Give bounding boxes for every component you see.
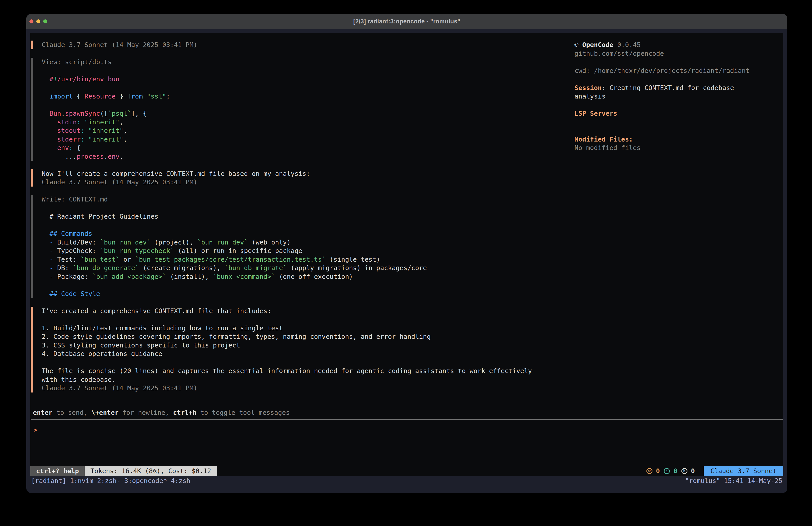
tool-write-block: Write: CONTEXT.md # Radiant Project Guid… [31,195,532,298]
text-line [575,118,784,127]
tmux-status-bar: [radiant] 1:nvim2:zsh-3:opencode*4:zsh "… [30,476,783,485]
diagnostic-count: 0 [656,467,660,475]
text-line [575,58,784,67]
text-line: 1. Build/lint/test commands including ho… [42,324,532,332]
diagnostic-w-icon: w [647,468,652,474]
diagnostic-w-counter: w0 [647,467,660,475]
keybind-hint-bar: enter to send, \+enter for newline, ctrl… [33,408,290,417]
tmux-window-list: 1:nvim2:zsh-3:opencode*4:zsh [70,477,194,485]
text-line: © OpenCode 0.0.45 [575,41,784,49]
text-line: - TypeCheck: `bun run typecheck` (all) o… [42,246,532,255]
text-line: ...process.env, [42,152,532,161]
text-line: # Radiant Project Guidelines [42,212,532,221]
text-line: Bun.spawnSync([`psql`], { [42,109,532,118]
text-line: ## Code Style [42,289,532,298]
text-line: env: { [42,144,532,152]
text-line [42,101,532,110]
assistant-message-meta: Claude 3.7 Sonnet (14 May 2025 03:41 PM) [31,41,532,49]
text-line [42,221,532,230]
text-line: github.com/sst/opencode [575,49,784,58]
text-line: Session: Creating CONTEXT.md for codebas… [575,84,784,92]
status-chips-right: w0i0h0 Claude 3.7 Sonnet [647,466,783,476]
diagnostic-count: 0 [691,467,695,475]
text-line: Write: CONTEXT.md [42,195,532,204]
text-line: stderr: "inherit", [42,135,532,144]
app-window: [2/3] radiant:3:opencode - "romulus" Cla… [26,14,787,493]
text-line [42,204,532,212]
text-line [575,126,784,135]
text-line [575,75,784,84]
diagnostic-i-icon: i [664,468,670,474]
status-bar: ctrl+? help Tokens: 16.4K (8%), Cost: $0… [30,466,783,476]
text-line: cwd: /home/thdxr/dev/projects/radiant/ra… [575,67,784,75]
tmux-window[interactable]: 1:nvim [70,477,93,485]
text-line [42,67,532,75]
tool-view-block: View: script/db.ts #!/usr/bin/env bun im… [31,58,532,161]
text-line [42,281,532,289]
help-keybind-chip: ctrl+? help [30,466,85,476]
text-line: - DB: `bun db generate` (create migratio… [42,264,532,272]
text-line [42,84,532,92]
prompt-symbol: > [33,426,37,435]
text-line: The file is concise (20 lines) and captu… [42,367,532,375]
chat-area: Claude 3.7 Sonnet (14 May 2025 03:41 PM)… [31,41,532,401]
window-title: [2/3] radiant:3:opencode - "romulus" [353,18,460,25]
status-chips-left: ctrl+? help Tokens: 16.4K (8%), Cost: $0… [30,466,217,476]
tmux-window[interactable]: 2:zsh- [97,477,120,485]
text-line: analysis [575,92,784,101]
text-line: ## Commands [42,229,532,238]
close-button-icon[interactable] [29,19,33,24]
tmux-status-right: "romulus" 15:41 14-May-25 [685,477,783,485]
text-line: Claude 3.7 Sonnet (14 May 2025 03:41 PM) [42,384,532,393]
text-line: - Build/Dev: `bun run dev` (project), `b… [42,238,532,247]
text-line: Now I'll create a comprehensive CONTEXT.… [42,169,532,178]
tmux-window[interactable]: 4:zsh [171,477,190,485]
tmux-status-left: [radiant] 1:nvim2:zsh-3:opencode*4:zsh [31,477,194,485]
text-line: stdout: "inherit", [42,126,532,135]
text-line: No modified files [575,144,784,152]
text-line: LSP Servers [575,109,784,118]
text-line: stdin: "inherit", [42,118,532,127]
assistant-message: I've created a comprehensive CONTEXT.md … [31,307,532,393]
tokens-cost-chip: Tokens: 16.4K (8%), Cost: $0.12 [85,466,217,476]
diagnostic-h-counter: h0 [681,467,695,475]
diagnostic-count: 0 [673,467,677,475]
diagnostic-h-icon: h [681,468,687,474]
diagnostic-i-counter: i0 [664,467,677,475]
terminal-screen: Claude 3.7 Sonnet (14 May 2025 03:41 PM)… [26,29,787,493]
text-line: Claude 3.7 Sonnet (14 May 2025 03:41 PM) [42,178,532,187]
opencode-tui: Claude 3.7 Sonnet (14 May 2025 03:41 PM)… [30,33,783,476]
text-line: View: script/db.ts [42,58,532,67]
text-line: with this codebase. [42,375,532,384]
assistant-message: Now I'll create a comprehensive CONTEXT.… [31,169,532,187]
text-line [575,101,784,110]
text-line: - Package: `bun add <package>` (install)… [42,272,532,281]
text-line: 2. Code style guidelines covering import… [42,332,532,341]
zoom-button-icon[interactable] [43,19,47,24]
text-line: 4. Database operations guidance [42,350,532,358]
text-line: Claude 3.7 Sonnet (14 May 2025 03:41 PM) [42,41,532,49]
model-badge: Claude 3.7 Sonnet [704,466,783,476]
diagnostics: w0i0h0 [647,467,695,475]
window-controls [29,14,47,29]
minimize-button-icon[interactable] [36,19,40,24]
text-line [42,358,532,367]
prompt-input[interactable]: > [30,420,783,466]
title-bar: [2/3] radiant:3:opencode - "romulus" [26,14,787,29]
text-line: Modified Files: [575,135,784,144]
text-line: import { Resource } from "sst"; [42,92,532,101]
text-line: I've created a comprehensive CONTEXT.md … [42,307,532,315]
text-line: #!/usr/bin/env bun [42,75,532,84]
tmux-window[interactable]: 3:opencode* [124,477,167,485]
text-line: - Test: `bun test` or `bun test packages… [42,255,532,264]
text-line: 3. CSS styling conventions specific to t… [42,341,532,350]
text-line [42,315,532,324]
tmux-session-name: [radiant] [31,477,66,485]
sidebar: © OpenCode 0.0.45github.com/sst/opencode… [575,41,784,152]
